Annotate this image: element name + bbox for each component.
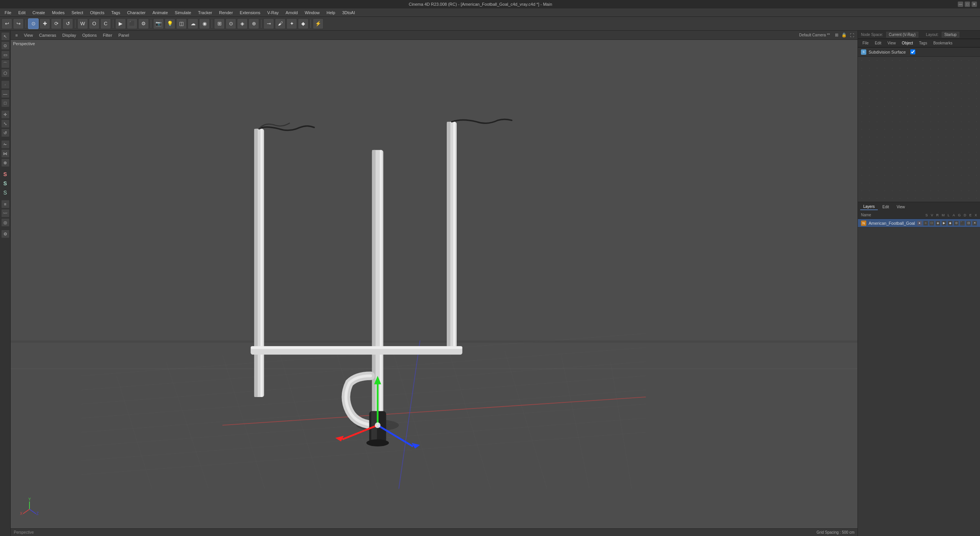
render-region-button[interactable]: ▶ [115, 18, 126, 29]
tool-pointer[interactable]: ↖ [1, 32, 10, 41]
extrude-button[interactable]: ⊕ [248, 18, 259, 29]
tool-scale[interactable]: ⤡ [1, 119, 10, 128]
rp-tab-bookmarks[interactable]: Bookmarks [931, 40, 955, 46]
menu-modes[interactable]: Modes [49, 10, 68, 16]
vp-menu-options[interactable]: Options [80, 32, 99, 38]
vp-menu-panel[interactable]: Panel [116, 32, 131, 38]
tool-layers-stacked[interactable]: ≡ [1, 200, 10, 208]
rp-tab-object[interactable]: Object [900, 40, 915, 46]
flag-motion[interactable]: ◈ [936, 221, 940, 226]
flag-close[interactable]: ✕ [972, 221, 977, 226]
tool-knife[interactable]: ✁ [1, 140, 10, 149]
edit-tab[interactable]: Edit [879, 204, 892, 210]
tool-deformer[interactable]: 〰 [1, 209, 10, 217]
coord-obj-button[interactable]: O [89, 18, 100, 29]
table-row[interactable]: N American_Football_Goal ● ○ □ ◈ ▶ ◆ ⊙ ⬛… [858, 219, 980, 227]
menu-animate[interactable]: Animate [149, 10, 171, 16]
flag-play[interactable]: ▶ [942, 221, 946, 226]
layers-tab[interactable]: Layers [860, 204, 878, 210]
tool-select-button[interactable]: ⊙ [28, 18, 39, 29]
flag-solo[interactable]: ● [917, 221, 922, 226]
tool-polys[interactable]: □ [1, 99, 10, 107]
tool-settings[interactable]: ⚙ [1, 230, 10, 238]
tool-edges[interactable]: — [1, 90, 10, 98]
node-space-value[interactable]: Current (V-Ray) [886, 32, 918, 38]
menu-render[interactable]: Render [216, 10, 236, 16]
menu-help[interactable]: Help [323, 10, 338, 16]
tool-points[interactable]: · [1, 80, 10, 89]
camera-button[interactable]: 📷 [153, 18, 164, 29]
tool-rect-select[interactable]: ▭ [1, 51, 10, 59]
rp-tab-view[interactable]: View [885, 40, 898, 46]
tool-s2-icon[interactable]: S [1, 179, 10, 188]
maximize-button[interactable]: □ [965, 2, 970, 7]
undo-button[interactable]: ↩ [2, 18, 12, 29]
viewport-canvas[interactable]: Perspective [11, 40, 858, 528]
menu-objects[interactable]: Objects [87, 10, 107, 16]
sky-button[interactable]: ☁ [188, 18, 198, 29]
redo-button[interactable]: ↪ [13, 18, 24, 29]
menu-select[interactable]: Select [69, 10, 87, 16]
rp-tab-file[interactable]: File [860, 40, 871, 46]
tool-rotate[interactable]: ↺ [1, 129, 10, 137]
magnet-button[interactable]: ⊸ [263, 18, 274, 29]
snap-button[interactable]: ⚡ [313, 18, 323, 29]
flag-diamond[interactable]: ◆ [948, 221, 952, 226]
flag-visible[interactable]: ○ [923, 221, 928, 226]
tool-move-button[interactable]: ✚ [39, 18, 50, 29]
tool-bridge[interactable]: ⋈ [1, 149, 10, 158]
close-button[interactable]: ✕ [972, 2, 977, 7]
menu-vray[interactable]: V-Ray [264, 10, 282, 16]
coord-cam-button[interactable]: C [100, 18, 111, 29]
menu-simulate[interactable]: Simulate [172, 10, 194, 16]
material-button[interactable]: ◉ [199, 18, 210, 29]
menu-arnold[interactable]: Arnold [283, 10, 301, 16]
vp-menu-icon[interactable]: ≡ [13, 32, 20, 38]
menu-tags[interactable]: Tags [108, 10, 123, 16]
subdiv-checkbox[interactable] [910, 49, 915, 54]
tool-weld[interactable]: ⊕ [1, 159, 10, 167]
menu-character[interactable]: Character [124, 10, 149, 16]
minimize-button[interactable]: — [958, 2, 963, 7]
tool-scale-button[interactable]: ⟳ [51, 18, 62, 29]
light-button[interactable]: 💡 [165, 18, 175, 29]
tool-lasso[interactable]: ⌒ [1, 60, 10, 68]
render-to-picture-button[interactable]: ⬛ [127, 18, 137, 29]
tool-effector[interactable]: ◎ [1, 218, 10, 227]
tool-move[interactable]: ✛ [1, 110, 10, 119]
view-tab[interactable]: View [893, 204, 908, 210]
menu-window[interactable]: Window [302, 10, 323, 16]
sculpt-button[interactable]: ✦ [286, 18, 297, 29]
flag-grid[interactable]: ⊡ [966, 221, 971, 226]
menu-tracker[interactable]: Tracker [195, 10, 215, 16]
tool-s-icon[interactable]: S [1, 170, 10, 178]
array-button[interactable]: ⊞ [214, 18, 225, 29]
rp-tab-tags[interactable]: Tags [917, 40, 929, 46]
vp-icon-expand[interactable]: ⊞ [833, 32, 840, 39]
vp-menu-filter[interactable]: Filter [101, 32, 114, 38]
floor-button[interactable]: ◫ [176, 18, 187, 29]
tool-rotate-button[interactable]: ↺ [62, 18, 73, 29]
node-editor-content[interactable] [858, 57, 980, 202]
paint-button[interactable]: ◆ [298, 18, 309, 29]
vp-icon-fullscreen[interactable]: ⛶ [848, 32, 855, 39]
tool-s3-icon[interactable]: S [1, 188, 10, 197]
vp-icon-lock[interactable]: 🔒 [841, 32, 848, 39]
flag-circle[interactable]: ⊙ [954, 221, 959, 226]
flag-render[interactable]: □ [929, 221, 934, 226]
vp-menu-view[interactable]: View [21, 32, 35, 38]
coord-world-button[interactable]: W [77, 18, 88, 29]
menu-edit[interactable]: Edit [15, 10, 29, 16]
layout-value[interactable]: Startup [942, 32, 959, 38]
brush-button[interactable]: 🖌 [275, 18, 286, 29]
flag-square[interactable]: ⬛ [960, 221, 965, 226]
menu-create[interactable]: Create [29, 10, 48, 16]
vp-menu-cameras[interactable]: Cameras [37, 32, 59, 38]
render-settings-button[interactable]: ⚙ [138, 18, 149, 29]
vp-menu-display[interactable]: Display [60, 32, 78, 38]
boole-button[interactable]: ◈ [237, 18, 248, 29]
menu-extensions[interactable]: Extensions [237, 10, 263, 16]
rp-tab-edit[interactable]: Edit [872, 40, 884, 46]
instance-button[interactable]: ⊙ [225, 18, 236, 29]
tool-poly-select[interactable]: ⬡ [1, 69, 10, 77]
